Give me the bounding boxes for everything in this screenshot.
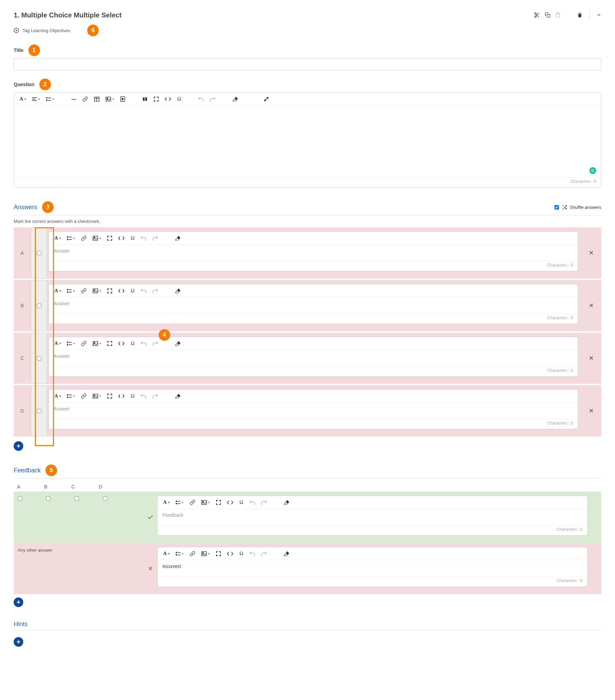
code-button[interactable] [118, 289, 124, 293]
fullscreen-button[interactable] [107, 236, 112, 241]
hr-button[interactable]: — [71, 96, 76, 102]
fullscreen-button[interactable] [216, 500, 221, 505]
omega-button[interactable]: Ω [131, 393, 134, 399]
eraser-button[interactable] [284, 551, 289, 556]
undo-button[interactable] [198, 97, 204, 101]
redo-button[interactable] [152, 394, 158, 399]
expand-button[interactable] [264, 97, 269, 101]
copy-icon[interactable] [545, 12, 550, 18]
fullscreen-button[interactable] [216, 551, 221, 556]
trash-icon[interactable] [577, 12, 582, 18]
omega-button[interactable]: Ω [131, 235, 134, 241]
answer-remove-button[interactable]: ✕ [581, 227, 601, 278]
redo-button[interactable] [152, 341, 158, 346]
cut-icon[interactable] [534, 12, 540, 18]
link-button[interactable] [81, 341, 86, 346]
font-button[interactable]: A [163, 551, 170, 557]
eraser-button[interactable] [175, 394, 181, 399]
font-button[interactable]: A [54, 393, 61, 399]
answer-textarea[interactable]: Answer [49, 297, 578, 314]
code-button[interactable] [165, 97, 171, 101]
tag-objectives-label[interactable]: Tag Learning Objectives [23, 28, 70, 33]
list-button[interactable] [67, 341, 75, 346]
align-button[interactable] [32, 97, 40, 101]
image-button[interactable] [106, 97, 114, 101]
list-button[interactable] [67, 289, 75, 293]
answer-correct-checkbox[interactable] [37, 251, 41, 255]
answer-textarea[interactable]: Answer [49, 403, 578, 419]
add-feedback-button[interactable]: + [14, 598, 23, 607]
image-button[interactable] [93, 394, 101, 399]
font-button[interactable]: A [54, 340, 61, 346]
fullscreen-button[interactable] [107, 288, 112, 293]
undo-button[interactable] [249, 551, 255, 556]
redo-button[interactable] [152, 288, 158, 293]
list-button[interactable] [67, 394, 75, 398]
add-hint-button[interactable]: + [14, 637, 23, 647]
shuffle-checkbox[interactable] [554, 205, 559, 210]
undo-button[interactable] [141, 236, 146, 241]
paste-icon[interactable] [555, 12, 561, 18]
answer-correct-checkbox[interactable] [37, 303, 41, 308]
link-button[interactable] [82, 96, 88, 102]
feedback-check-a[interactable] [18, 496, 22, 501]
feedback-check-c[interactable] [75, 496, 79, 501]
answer-textarea[interactable]: Answer [49, 245, 578, 261]
feedback-correct-textarea[interactable]: Feedback [158, 509, 587, 525]
code-button[interactable] [118, 394, 124, 398]
eraser-button[interactable] [175, 288, 181, 293]
font-button[interactable]: A [54, 235, 61, 241]
code-button[interactable] [118, 236, 124, 240]
collapse-icon[interactable] [596, 13, 601, 17]
link-button[interactable] [81, 288, 86, 293]
eraser-button[interactable] [175, 341, 181, 346]
answer-remove-button[interactable]: ✕ [581, 385, 601, 437]
answer-correct-checkbox[interactable] [37, 356, 41, 361]
list-button[interactable] [176, 500, 184, 504]
undo-button[interactable] [249, 500, 255, 505]
image-button[interactable] [93, 236, 101, 241]
undo-button[interactable] [141, 288, 146, 293]
omega-button[interactable]: Ω [177, 96, 181, 102]
tag-icon[interactable] [14, 28, 19, 33]
dictionary-button[interactable] [142, 97, 148, 101]
table-button[interactable] [94, 97, 99, 101]
answer-remove-button[interactable]: ✕ [581, 280, 601, 331]
feedback-check-b[interactable] [46, 496, 51, 501]
code-button[interactable] [227, 500, 233, 504]
eraser-button[interactable] [175, 236, 181, 241]
title-input[interactable] [14, 58, 601, 71]
answer-remove-button[interactable]: ✕ [581, 333, 601, 384]
undo-button[interactable] [141, 394, 146, 399]
redo-button[interactable] [152, 236, 158, 241]
omega-button[interactable]: Ω [131, 340, 134, 346]
embed-button[interactable] [120, 96, 125, 102]
answer-correct-checkbox[interactable] [37, 409, 41, 413]
list-button[interactable] [176, 552, 184, 556]
link-button[interactable] [190, 500, 195, 505]
list-button[interactable] [67, 236, 75, 240]
link-button[interactable] [81, 393, 86, 399]
feedback-incorrect-textarea[interactable]: Incorrect [158, 560, 587, 577]
fullscreen-button[interactable] [107, 394, 112, 399]
link-button[interactable] [190, 551, 195, 557]
redo-button[interactable] [261, 551, 267, 556]
code-button[interactable] [227, 552, 233, 556]
grammarly-icon[interactable]: G [589, 167, 596, 174]
fullscreen-button[interactable] [107, 341, 112, 346]
omega-button[interactable]: Ω [131, 288, 134, 293]
image-button[interactable] [93, 288, 101, 293]
code-button[interactable] [118, 341, 124, 346]
answer-textarea[interactable]: Answer [49, 350, 578, 366]
font-button[interactable]: A [54, 288, 61, 293]
redo-button[interactable] [210, 97, 216, 101]
shuffle-answers[interactable]: Shuffle answers [554, 205, 601, 210]
add-answer-button[interactable]: + [14, 441, 23, 451]
image-button[interactable] [93, 341, 101, 346]
link-button[interactable] [81, 236, 86, 241]
font-button[interactable]: A [163, 499, 170, 505]
feedback-check-d[interactable] [103, 496, 107, 501]
font-button[interactable]: A [20, 96, 26, 102]
redo-button[interactable] [261, 500, 267, 505]
omega-button[interactable]: Ω [239, 551, 243, 557]
